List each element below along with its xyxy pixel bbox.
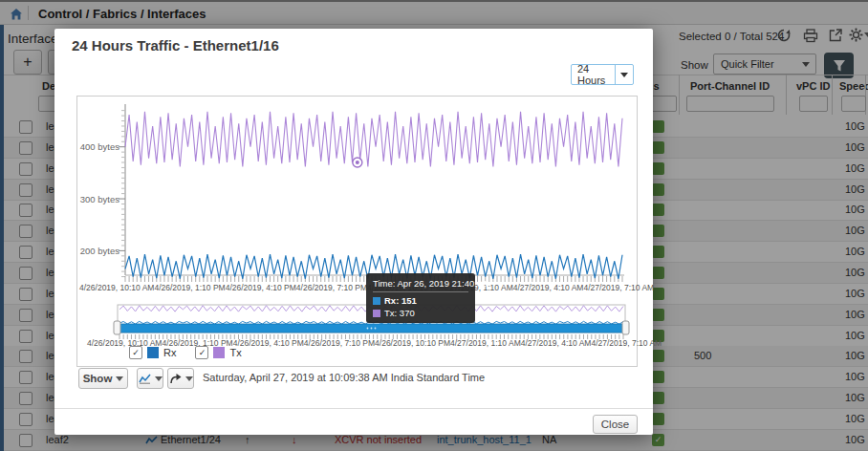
tx-series[interactable]	[125, 112, 622, 167]
show-caret-icon	[116, 376, 123, 381]
y-axis-label: 300 bytes	[77, 194, 119, 204]
scrollbar-grip-dot	[367, 328, 369, 330]
navigator-right-handle[interactable]	[622, 321, 629, 334]
screen: Control / Fabrics / Interfaces Interface…	[0, 0, 868, 451]
tx-label: Tx	[229, 347, 241, 358]
navigator-x-axis-label: 4/26/2019, 10:10 PM	[375, 338, 450, 348]
x-axis-label: 4/26/2019, 4:10 PM	[226, 283, 296, 292]
show-menu-button[interactable]: Show	[78, 368, 128, 389]
time-range-select[interactable]: 24 Hours	[571, 64, 634, 85]
rx-color-square	[373, 297, 380, 305]
navigator-x-axis-label: 4/26/2019, 4:10 PM	[233, 338, 304, 348]
tx-swatch	[213, 347, 225, 358]
navigator-x-axis-label: 4/26/2019, 7:10 PM	[304, 338, 375, 348]
time-range-caret-icon	[620, 73, 628, 77]
modal-title: 24 Hours Traffic - Ethernet1/16	[72, 37, 279, 54]
tx-color-square	[373, 310, 380, 317]
chart-legend: ✓ Rx ✓ Tx	[129, 346, 242, 359]
modal-footer-divider	[54, 408, 653, 409]
navigator-x-axis-label: 4/27/2019, 1:10 AM	[450, 338, 521, 348]
rx-label: Rx	[163, 347, 176, 358]
traffic-modal: 24 Hours Traffic - Ethernet1/16 24 Hours…	[54, 29, 653, 435]
tooltip-time: Time: Apr 26, 2019 21:40:00	[373, 278, 468, 292]
navigator-x-axis-label: 4/27/2019, 7:10 AM	[591, 338, 662, 348]
legend-item-tx: ✓ Tx	[195, 346, 241, 359]
tooltip-rx-row: Rx: 151	[373, 295, 468, 306]
x-axis-label: 4/26/2019, 1:10 PM	[154, 283, 225, 292]
x-axis-label: 4/27/2019, 7:10 AM	[583, 283, 654, 292]
x-axis-labels: 4/26/2019, 10:10 AM4/26/2019, 1:10 PM4/2…	[79, 283, 632, 292]
tooltip-tx-row: Tx: 370	[373, 308, 468, 318]
x-axis-label: 4/26/2019, 10:10 AM	[79, 283, 154, 292]
line-chart-icon	[139, 374, 151, 384]
x-axis-label: 4/26/2019, 7:10 PM	[296, 283, 367, 292]
chart-type-caret-icon	[155, 376, 163, 381]
legend-item-rx: ✓ Rx	[129, 346, 176, 359]
chart-type-button[interactable]	[137, 368, 163, 389]
navigator-x-axis-label: 4/27/2019, 4:10 AM	[521, 338, 592, 348]
share-arrow-icon	[169, 373, 182, 384]
export-caret-icon	[185, 376, 193, 381]
y-axis-label: 400 bytes	[77, 141, 119, 152]
chart-timestamp: Saturday, April 27, 2019 at 10:09:38 AM …	[203, 372, 485, 383]
scrollbar-grip-dot	[371, 328, 373, 330]
time-range-value: 24 Hours	[572, 63, 615, 86]
tx-checkbox[interactable]: ✓	[195, 346, 208, 359]
scrollbar-grip-dot	[375, 328, 377, 330]
export-chart-button[interactable]	[167, 368, 194, 389]
traffic-chart-canvas	[77, 97, 637, 366]
x-axis-label: 4/27/2019, 4:10 AM	[513, 283, 584, 292]
hover-marker-dot	[356, 161, 359, 164]
traffic-chart: 400 bytes 300 bytes 200 bytes 4/26/2019,…	[76, 96, 638, 367]
y-axis-label: 200 bytes	[77, 246, 119, 256]
close-button[interactable]: Close	[593, 415, 638, 434]
chart-tooltip: Time: Apr 26, 2019 21:40:00 Rx: 151 Tx: …	[366, 273, 475, 323]
navigator-left-handle[interactable]	[114, 321, 120, 334]
rx-swatch	[147, 347, 159, 358]
rx-checkbox[interactable]: ✓	[129, 346, 142, 359]
